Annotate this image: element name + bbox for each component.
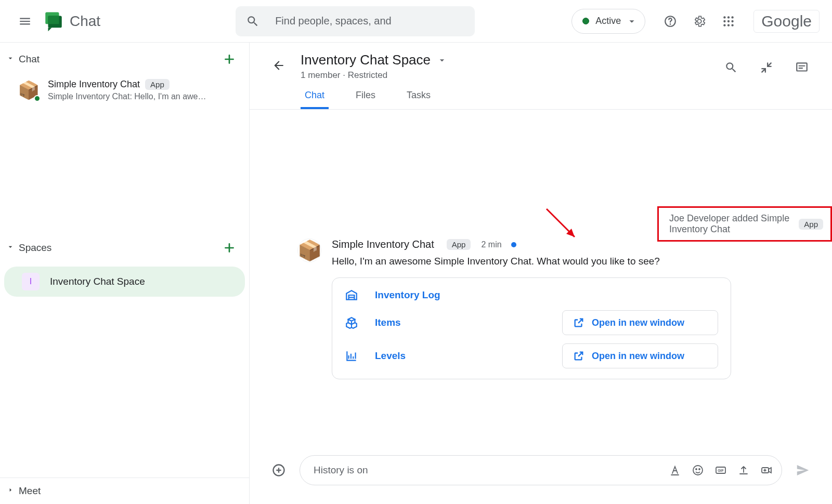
space-avatar: I — [22, 273, 40, 290]
search-input[interactable]: Find people, spaces, and — [236, 6, 475, 36]
gear-icon — [693, 15, 706, 28]
search-placeholder: Find people, spaces, and — [275, 15, 392, 27]
svg-rect-2 — [48, 16, 59, 24]
tab-chat[interactable]: Chat — [301, 90, 329, 109]
card-option-levels[interactable]: Levels — [345, 349, 547, 363]
meet-section-header[interactable]: Meet — [0, 478, 249, 504]
space-meta: 1 member · Restricted — [301, 70, 719, 81]
chat-logo-icon — [43, 10, 64, 32]
svg-point-4 — [670, 23, 671, 25]
open-label: Open in new window — [592, 317, 684, 328]
tab-tasks[interactable]: Tasks — [402, 90, 435, 109]
chat-list-item[interactable]: 📦 Simple Inventory Chat App Simple Inven… — [0, 76, 249, 107]
emoji-button[interactable] — [691, 463, 705, 477]
message-card: Inventory Log Items Open in new window — [332, 277, 731, 379]
product-logo[interactable]: Chat — [43, 10, 100, 32]
message-body: Hello, I'm an awesome Simple Inventory C… — [332, 256, 811, 267]
send-button[interactable] — [792, 460, 813, 481]
help-button[interactable] — [658, 9, 683, 34]
space-list-item[interactable]: I Inventory Chat Space — [4, 267, 245, 297]
svg-point-7 — [732, 16, 734, 18]
chevron-down-icon — [437, 55, 447, 65]
arrow-left-icon — [272, 59, 285, 72]
svg-point-12 — [727, 24, 730, 26]
composer-area: History is on GIF — [250, 447, 832, 504]
space-title: Inventory Chat Space — [301, 52, 431, 68]
space-search-button[interactable] — [719, 55, 744, 80]
plus-circle-icon — [271, 463, 286, 478]
system-message-highlight: Joe Developer added Simple Inventory Cha… — [657, 206, 832, 242]
caret-down-icon — [6, 243, 15, 253]
app-badge: App — [447, 239, 471, 250]
tab-files[interactable]: Files — [352, 90, 380, 109]
caret-right-icon — [6, 486, 15, 496]
svg-point-6 — [727, 16, 730, 18]
video-plus-icon — [760, 464, 773, 476]
text-format-icon — [669, 464, 681, 476]
message-input[interactable]: History is on GIF — [300, 455, 782, 485]
chat-section-header[interactable]: Chat — [0, 43, 249, 76]
google-logo[interactable]: Google — [753, 10, 820, 33]
open-new-window-button[interactable]: Open in new window — [562, 310, 718, 335]
chevron-down-icon — [626, 16, 638, 27]
app-badge: App — [145, 79, 170, 90]
svg-point-11 — [724, 24, 726, 26]
card-label: Inventory Log — [375, 289, 440, 301]
card-option-items[interactable]: Items — [345, 316, 547, 329]
search-icon — [724, 61, 738, 74]
gif-button[interactable]: GIF — [714, 463, 727, 477]
menu-icon — [18, 15, 32, 28]
svg-point-5 — [724, 16, 726, 18]
composer-placeholder: History is on — [314, 465, 668, 476]
open-new-window-button[interactable]: Open in new window — [562, 343, 718, 368]
card-label: Levels — [375, 350, 406, 362]
new-chat-button[interactable] — [220, 50, 239, 69]
svg-point-8 — [724, 20, 726, 22]
add-attachment-button[interactable] — [268, 460, 289, 481]
new-space-button[interactable] — [220, 238, 239, 257]
message-sender: Simple Inventory Chat — [332, 238, 434, 250]
card-label: Items — [375, 317, 401, 328]
status-selector[interactable]: Active — [571, 9, 645, 34]
main-menu-button[interactable] — [15, 11, 35, 32]
format-button[interactable] — [668, 463, 682, 477]
collapse-button[interactable] — [754, 55, 779, 80]
help-icon — [664, 15, 677, 28]
svg-point-20 — [699, 469, 700, 470]
card-option-inventory-log[interactable]: Inventory Log — [345, 288, 718, 302]
presence-indicator — [34, 95, 41, 102]
external-link-icon — [573, 350, 584, 362]
chat-item-name: Simple Inventory Chat — [48, 79, 140, 90]
spaces-section-header[interactable]: Spaces — [0, 231, 249, 264]
chat-section-title: Chat — [19, 54, 40, 65]
emoji-icon — [692, 464, 704, 476]
sidebar: Chat 📦 Simple Inventory Chat App Simple … — [0, 43, 250, 504]
message: 📦 Simple Inventory Chat App 2 min Hello,… — [270, 238, 811, 379]
caret-down-icon — [6, 54, 15, 64]
meet-section-title: Meet — [19, 485, 41, 497]
thread-panel-button[interactable] — [789, 55, 814, 80]
svg-point-10 — [732, 20, 734, 22]
external-link-icon — [573, 317, 584, 328]
package-icon: 📦 — [297, 239, 322, 262]
collapse-icon — [760, 61, 773, 74]
svg-point-9 — [727, 20, 730, 22]
chat-avatar: 📦 — [18, 79, 40, 101]
upload-button[interactable] — [737, 463, 750, 477]
plus-icon — [223, 241, 236, 255]
svg-point-18 — [693, 466, 703, 475]
warehouse-icon — [345, 288, 358, 302]
send-icon — [795, 462, 811, 478]
app-header: Chat Find people, spaces, and Active Goo… — [0, 0, 832, 43]
space-tabs: Chat Files Tasks — [250, 90, 832, 110]
video-meet-button[interactable] — [760, 463, 773, 477]
settings-button[interactable] — [687, 9, 712, 34]
space-title-dropdown[interactable]: Inventory Chat Space — [301, 52, 719, 68]
space-item-name: Inventory Chat Space — [50, 276, 145, 287]
message-avatar: 📦 — [297, 238, 321, 262]
status-dot-icon — [582, 18, 589, 24]
svg-marker-16 — [566, 229, 575, 237]
apps-button[interactable] — [716, 9, 741, 34]
back-button[interactable] — [267, 54, 290, 77]
chat-item-preview: Simple Inventory Chat: Hello, I'm an awe… — [48, 92, 239, 101]
